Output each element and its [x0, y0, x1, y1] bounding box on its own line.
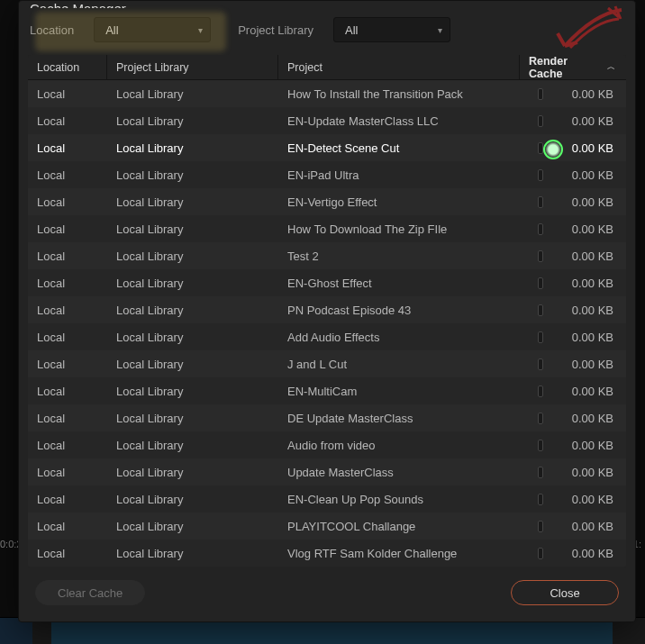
cell-checkbox[interactable]: [529, 385, 552, 397]
checkbox-icon[interactable]: [538, 521, 543, 532]
cell-location: Local: [28, 493, 107, 506]
cell-library: Local Library: [107, 493, 278, 506]
cell-checkbox[interactable]: [529, 169, 552, 181]
cell-checkbox[interactable]: [529, 88, 552, 100]
checkbox-icon[interactable]: [538, 385, 543, 397]
close-button[interactable]: Close: [511, 580, 619, 605]
checkbox-icon[interactable]: [538, 223, 543, 235]
table-body[interactable]: LocalLocal LibraryHow To Install the Tra…: [28, 80, 626, 567]
checkbox-icon[interactable]: [538, 115, 543, 127]
cell-project: Audio from video: [278, 439, 529, 452]
cell-checkbox[interactable]: [529, 115, 552, 127]
cell-project: Add Audio Effects: [278, 331, 529, 344]
cell-checkbox[interactable]: [529, 196, 552, 208]
checkbox-icon[interactable]: [538, 331, 543, 343]
cell-project: DE Update MasterClass: [278, 412, 529, 425]
table-row[interactable]: LocalLocal LibraryHow To Download The Zi…: [28, 215, 626, 242]
checkbox-icon[interactable]: [538, 169, 543, 181]
table-row[interactable]: LocalLocal LibraryAudio from video0.00 K…: [28, 431, 626, 458]
location-dropdown[interactable]: All ▾: [94, 17, 211, 42]
table-row[interactable]: LocalLocal LibraryEN-Vertigo Effect0.00 …: [28, 188, 626, 215]
table-row[interactable]: LocalLocal LibraryHow To Install the Tra…: [28, 80, 626, 107]
cell-size: 0.00 KB: [552, 358, 626, 371]
clear-cache-button[interactable]: Clear Cache: [35, 580, 145, 605]
table-row[interactable]: LocalLocal LibraryDE Update MasterClass0…: [28, 404, 626, 431]
checkbox-icon[interactable]: [538, 250, 543, 262]
cell-project: EN-MultiCam: [278, 385, 529, 398]
checkbox-icon[interactable]: [538, 494, 543, 505]
checkbox-icon[interactable]: [538, 467, 543, 478]
table-row[interactable]: LocalLocal LibraryEN-Ghost Effect0.00 KB: [28, 269, 626, 296]
cache-table: Location Project Library Project Render …: [28, 55, 626, 567]
cell-checkbox[interactable]: [529, 358, 552, 370]
table-row[interactable]: LocalLocal LibraryJ and L Cut0.00 KB: [28, 350, 626, 377]
col-library[interactable]: Project Library: [107, 55, 278, 79]
cell-size: 0.00 KB: [552, 114, 626, 128]
col-project[interactable]: Project: [278, 55, 520, 79]
filter-bar: Location All ▾ Project Library All ▾: [19, 8, 635, 55]
cell-library: Local Library: [107, 412, 278, 425]
table-row[interactable]: LocalLocal LibraryPLAYITCOOL Challange0.…: [28, 512, 626, 540]
sort-asc-icon: ︿: [607, 61, 615, 73]
cell-project: J and L Cut: [278, 358, 529, 371]
cell-location: Local: [28, 304, 107, 317]
cell-library: Local Library: [107, 195, 278, 209]
cell-location: Local: [28, 412, 107, 425]
chevron-down-icon: ▾: [198, 25, 203, 35]
cell-size: 0.00 KB: [552, 385, 626, 398]
table-row[interactable]: LocalLocal LibraryPN Podcast Episode 430…: [28, 296, 626, 323]
cell-project: EN-Update MasterClass LLC: [278, 114, 529, 128]
cell-size: 0.00 KB: [552, 412, 626, 425]
cell-size: 0.00 KB: [552, 466, 626, 479]
table-row[interactable]: LocalLocal LibraryEN-Detect Scene Cut0.0…: [28, 134, 626, 161]
cell-project: How To Install the Transition Pack: [278, 87, 529, 101]
cell-project: EN-Clean Up Pop Sounds: [278, 493, 529, 506]
cell-checkbox[interactable]: [529, 494, 552, 505]
cell-library: Local Library: [107, 222, 278, 236]
cell-library: Local Library: [107, 277, 278, 290]
cell-library: Local Library: [107, 87, 278, 101]
cell-size: 0.00 KB: [552, 141, 626, 155]
cell-checkbox[interactable]: [529, 440, 552, 451]
library-dropdown[interactable]: All ▾: [333, 17, 450, 42]
checkbox-icon[interactable]: [538, 196, 543, 208]
cell-library: Local Library: [107, 385, 278, 398]
cell-location: Local: [28, 466, 107, 479]
col-location[interactable]: Location: [28, 55, 107, 79]
cell-checkbox[interactable]: [529, 413, 552, 424]
cell-checkbox[interactable]: [529, 548, 552, 559]
cell-project: EN-Vertigo Effect: [278, 195, 529, 209]
table-row[interactable]: LocalLocal LibraryVlog RTF Sam Kolder Ch…: [28, 540, 626, 567]
table-row[interactable]: LocalLocal LibraryAdd Audio Effects0.00 …: [28, 323, 626, 350]
checkbox-icon[interactable]: [538, 358, 543, 370]
checkbox-icon[interactable]: [538, 440, 543, 451]
cell-checkbox[interactable]: [529, 223, 552, 235]
cell-size: 0.00 KB: [552, 547, 626, 560]
cell-checkbox[interactable]: [529, 142, 552, 154]
checkbox-icon[interactable]: [538, 277, 543, 289]
checkbox-icon[interactable]: [538, 88, 543, 100]
checkbox-icon[interactable]: [538, 548, 543, 559]
checkbox-icon[interactable]: [538, 142, 543, 154]
table-row[interactable]: LocalLocal LibraryEN-iPad Ultra0.00 KB: [28, 161, 626, 188]
dialog-footer: Clear Cache Close: [19, 567, 635, 621]
table-row[interactable]: LocalLocal LibraryEN-Update MasterClass …: [28, 107, 626, 134]
table-row[interactable]: LocalLocal LibraryTest 20.00 KB: [28, 242, 626, 269]
table-row[interactable]: LocalLocal LibraryUpdate MasterClass0.00…: [28, 458, 626, 485]
col-render-cache[interactable]: Render Cache ︿: [520, 55, 626, 79]
cell-size: 0.00 KB: [552, 439, 626, 452]
table-row[interactable]: LocalLocal LibraryEN-MultiCam0.00 KB: [28, 377, 626, 404]
table-header: Location Project Library Project Render …: [28, 55, 626, 80]
cell-checkbox[interactable]: [529, 331, 552, 343]
location-dropdown-value: All: [105, 23, 118, 37]
cell-checkbox[interactable]: [529, 467, 552, 478]
cell-checkbox[interactable]: [529, 304, 552, 316]
table-row[interactable]: LocalLocal LibraryEN-Clean Up Pop Sounds…: [28, 485, 626, 512]
cell-location: Local: [28, 277, 107, 290]
checkbox-icon[interactable]: [538, 304, 543, 316]
cell-checkbox[interactable]: [529, 277, 552, 289]
cell-library: Local Library: [107, 358, 278, 371]
cell-checkbox[interactable]: [529, 250, 552, 262]
cell-checkbox[interactable]: [529, 521, 552, 532]
checkbox-icon[interactable]: [538, 413, 543, 424]
